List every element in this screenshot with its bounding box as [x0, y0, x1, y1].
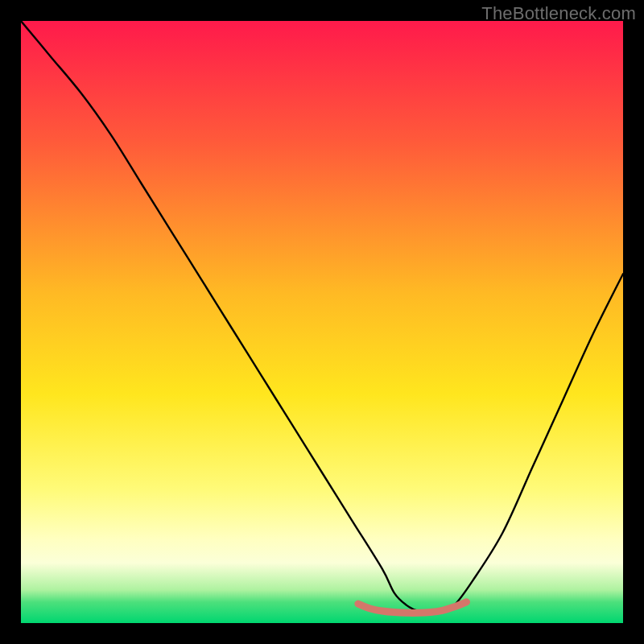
chart-frame: TheBottleneck.com	[0, 0, 644, 644]
plot-background	[21, 21, 623, 623]
bottleneck-chart	[21, 21, 623, 623]
